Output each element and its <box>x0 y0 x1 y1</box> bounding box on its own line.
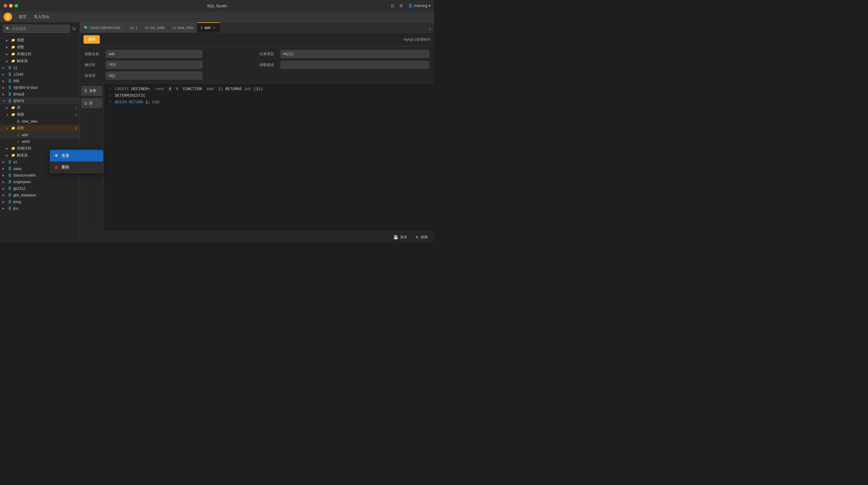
sidebar-item-table-folder[interactable]: ▶ 📁 表 7 <box>0 104 80 111</box>
tab-mysql[interactable]: 🐬 mysql-1@informati... <box>80 22 127 33</box>
tree-item-label: 表 <box>17 105 74 110</box>
sidebar-item-db-wn[interactable]: ▼ 🗄 @W.N <box>0 98 80 104</box>
db-icon: 🗄 <box>7 193 12 198</box>
refresh-button[interactable]: ↻ 刷新 <box>413 233 430 241</box>
sidebar-item-func-folder-wn[interactable]: ▼ 📁 函数 2 <box>0 125 80 132</box>
sidebar: 🔍 点击搜索 ↻ ▶ 📁 视图 ▶ 📁 函数 ▶ 📁 存储过程 <box>0 22 80 243</box>
arrow-icon: ▼ <box>2 99 6 102</box>
deterministic-label: 确定性 <box>85 62 103 67</box>
source-tab-label: 源 <box>89 101 93 106</box>
description-label: 函数描述 <box>259 62 278 67</box>
sidebar-item-view-folder[interactable]: ▶ 📁 视图 <box>0 37 80 44</box>
body-type-input[interactable] <box>106 72 202 79</box>
sidebar-item-db-gb2312[interactable]: ▶ 🗄 gb2312 <box>0 185 80 192</box>
folder-icon: 📁 <box>11 153 16 158</box>
tab-new-view[interactable]: 🗃 new_view <box>169 22 197 33</box>
db-icon: 🗄 <box>7 92 12 97</box>
deterministic-input[interactable] <box>106 61 202 69</box>
main-layout: 🔍 点击搜索 ↻ ▶ 📁 视图 ▶ 📁 函数 ▶ 📁 存储过程 <box>0 22 434 243</box>
titlebar: SQL Studio ⊡ ⚙ 👤 maicong ▾ <box>0 0 434 11</box>
refresh-icon[interactable]: ↻ <box>72 26 76 32</box>
menu-home[interactable]: 首页 <box>16 13 30 21</box>
editor-footer: 💾 保存 ↻ 刷新 <box>80 232 434 243</box>
tab-label: 1 <box>135 26 137 30</box>
func-name-input[interactable] <box>106 50 202 58</box>
result-type-label: 结果类型 <box>259 52 278 57</box>
menu-import-export[interactable]: 导入导出 <box>31 13 53 21</box>
tab-1[interactable]: 🗃 1 <box>127 22 141 33</box>
sidebar-item-func-add[interactable]: ƒ add <box>0 132 80 138</box>
tree-item-label: gbk_database <box>13 193 77 197</box>
arrow-icon: ▶ <box>6 106 10 109</box>
tree-item-label: gb2312 <box>13 187 77 191</box>
form-group-body-type: 体类型 <box>85 72 255 79</box>
func-icon: ƒ <box>16 133 21 137</box>
sidebar-item-db-dollar[interactable]: ▶ 🗄 $%&@ <box>0 91 80 98</box>
tree-item-label: jiang <box>13 200 77 204</box>
body-type-label: 体类型 <box>85 73 103 78</box>
editor-tab-source[interactable]: ⊡ 源 <box>81 98 102 108</box>
sidebar-item-db-jiang[interactable]: ▶ 🗄 jiang <box>0 198 80 205</box>
form-group-result-type: 结果类型 <box>259 50 430 58</box>
sidebar-item-db-jira[interactable]: ▶ 🗄 jira <box>0 205 80 212</box>
maximize-traffic-light[interactable] <box>14 4 18 7</box>
tab-my-table[interactable]: 🗃 my_table <box>141 22 169 33</box>
search-input[interactable]: 🔍 点击搜索 <box>3 25 70 33</box>
user-menu[interactable]: 👤 maicong ▾ <box>408 4 430 8</box>
tab-close-button[interactable]: ✕ <box>212 26 216 30</box>
folder-icon: 📁 <box>11 105 16 110</box>
type-keyword: int <box>244 87 251 91</box>
attr-button[interactable]: 属性 <box>84 35 100 44</box>
close-traffic-light[interactable] <box>4 4 7 7</box>
folder-icon: 📁 <box>11 126 16 131</box>
sidebar-item-db-gbk[interactable]: ▶ 🗄 gbk_database <box>0 192 80 198</box>
sidebar-item-db-666[interactable]: ▶ 🗄 666 <box>0 78 80 84</box>
tree-item-label: new_view <box>22 119 77 124</box>
form-group-deterministic: 确定性 <box>85 61 255 69</box>
sidebar-item-func-addd[interactable]: ƒ addd <box>0 138 80 145</box>
settings-icon[interactable]: ⚙ <box>399 3 403 8</box>
db-tab-icon: 🐬 <box>84 26 88 30</box>
description-input[interactable] <box>281 61 430 69</box>
sidebar-item-db-employees[interactable]: ▶ 🗄 employees <box>0 179 80 185</box>
db-icon: 🗄 <box>7 98 12 103</box>
db-icon: 🗄 <box>7 72 12 77</box>
sidebar-item-func-folder[interactable]: ▶ 📁 函数 <box>0 44 80 51</box>
db-icon: 🗄 <box>7 173 12 178</box>
sidebar-item-db-11[interactable]: ▶ 🗄 11 <box>0 64 80 71</box>
tree-item-label: 存储过程 <box>17 52 77 57</box>
sidebar-item-view-folder-wn[interactable]: ▼ 📁 视图 1 <box>0 111 80 118</box>
string-literal: `%` <box>174 87 181 91</box>
save-button[interactable]: 💾 保存 <box>391 233 410 241</box>
app-logo[interactable]: S <box>4 13 12 21</box>
translate-icon[interactable]: ⊡ <box>391 3 395 8</box>
tree-item-label: 触发器 <box>17 59 77 64</box>
sidebar-item-trigger-folder[interactable]: ▶ 📁 触发器 <box>0 58 80 64</box>
arrow-icon: ▶ <box>6 147 10 150</box>
sidebar-item-db-special[interactable]: ▶ 🗄 !@#$%^&*(test <box>0 84 80 91</box>
arrow-icon: ▶ <box>2 86 6 89</box>
line-content: DETERMINISTIC <box>115 93 434 99</box>
folder-icon: 📁 <box>11 52 16 57</box>
sidebar-item-new-view[interactable]: ⊞ new_view <box>0 118 80 125</box>
editor-tab-params[interactable]: ☰ 参数 <box>81 86 102 96</box>
tree-item-label: addd <box>22 139 77 144</box>
arrow-icon: ▶ <box>2 194 6 197</box>
db-icon: 🗄 <box>7 65 12 70</box>
sidebar-item-proc-folder[interactable]: ▶ 📁 存储过程 <box>0 51 80 58</box>
db-icon: 🗄 <box>7 78 12 84</box>
tab-add[interactable]: ƒ add ✕ <box>197 22 220 33</box>
sidebar-search-bar: 🔍 点击搜索 ↻ <box>0 22 80 36</box>
form-group-name: 函数名称 <box>85 50 255 58</box>
result-type-input[interactable] <box>281 50 430 58</box>
context-menu-delete[interactable]: 🗑 删除 <box>50 161 103 173</box>
refresh-icon: ↻ <box>415 235 419 239</box>
tree-item-label: 11 <box>13 66 77 70</box>
code-text: @ <box>169 87 171 91</box>
sidebar-item-db-12345[interactable]: ▶ 🗄 12345 <box>0 71 80 78</box>
code-text: (11) <box>253 87 263 91</box>
minimize-traffic-light[interactable] <box>9 4 13 7</box>
context-menu-view[interactable]: 👁 查看 <box>50 150 103 161</box>
code-editor[interactable]: 1 CREATE DEFINER= `root` @ `%` FUNCTION … <box>104 84 434 232</box>
arrow-icon: ▶ <box>2 181 6 184</box>
